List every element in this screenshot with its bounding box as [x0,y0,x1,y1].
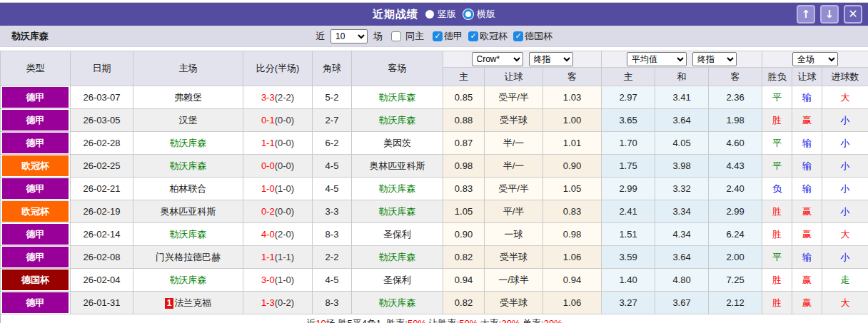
result-winloss: 平 [762,86,792,109]
league-checkbox-label: 德国杯 [525,30,552,43]
move-up-button[interactable]: ↑ [797,5,815,24]
result-winloss: 平 [762,246,792,269]
odds-home: 1.51 [602,223,655,246]
handicap-away-odds: 1.06 [543,246,602,269]
odds-home: 1.40 [602,269,655,292]
sub-header-6: 胜负 [762,68,792,86]
table-row: 德甲26-03-05汉堡0-1(0-0)2-7勒沃库森0.88受半球1.003.… [1,109,868,132]
result-goals: 小 [822,200,868,223]
odds-draw: 3.67 [655,292,709,314]
team-name-text: 法兰克福 [174,297,211,308]
handicap-line: 受半球 [485,292,543,314]
team-name-text: 勒沃库森 [170,275,207,285]
result-winloss: 胜 [762,292,792,314]
odds-home: 1.75 [602,155,655,178]
layout-option-horizontal[interactable]: 横版 [463,8,495,21]
table-row: 德国杯26-02-04勒沃库森3-0(1-0)4-5圣保利0.94一/球半0.9… [1,269,868,292]
europe-time-select[interactable]: 终指 [692,52,737,66]
result-winloss: 胜 [762,200,792,223]
handicap-group-header: Crow* 终指 [443,51,602,68]
fulltime-score: 3-3 [261,92,275,103]
away-team-cell: 勒沃库森 [352,246,443,269]
radio-vertical-icon[interactable] [425,10,434,19]
odds-draw: 3.34 [655,200,709,223]
handicap-line: 一球 [485,223,543,246]
league-checkboxes: 德甲欧冠杯德国杯 [427,30,552,43]
summary-stat-value: 50% [459,318,478,323]
type-cell: 德甲 [1,178,71,200]
odds-away: 2.00 [709,246,762,269]
odds-away: 2.12 [709,292,762,314]
fulltime-score: 1-1 [261,252,275,262]
halftime-score: (0-0) [275,115,294,125]
handicap-home-odds: 0.82 [443,292,485,314]
league-checkbox-德甲[interactable] [433,31,443,41]
corner-cell: 2-2 [313,246,352,269]
type-cell: 德甲 [1,246,71,269]
away-team-cell: 美因茨 [352,132,443,155]
handicap-line: 受半球 [485,246,543,269]
result-goals: 大 [822,292,868,314]
odds-draw: 3.64 [655,246,709,269]
result-winloss: 胜 [762,109,792,132]
corner-cell: 6-2 [313,132,352,155]
radio-horizontal-icon[interactable] [463,9,473,19]
team-name-text: 勒沃库森 [379,92,416,103]
halftime-score: (0-2) [275,297,294,308]
team-name-text: 勒沃库森 [379,183,416,194]
corner-cell: 8-3 [313,223,352,246]
type-cell: 德甲 [1,132,71,155]
result-handicap: 输 [792,132,822,155]
type-cell: 欧冠杯 [1,200,71,223]
result-handicap: 赢 [792,200,822,223]
halftime-score: (1-0) [275,275,294,285]
result-handicap: 赢 [792,269,822,292]
league-checkbox-欧冠杯[interactable] [468,31,478,41]
competition-badge: 德甲 [2,224,69,245]
handicap-home-odds: 0.98 [443,155,485,178]
handicap-home-odds: 0.88 [443,109,485,132]
table-row: 德甲26-02-14勒沃库森4-0(2-0)8-3圣保利0.90一球0.981.… [1,223,868,246]
result-group-header: 全场 [762,51,868,68]
recent-count-select[interactable]: 10 [330,29,368,43]
result-handicap: 输 [792,246,822,269]
handicap-away-odds: 1.00 [543,109,602,132]
col-header-type: 类型 [1,51,71,86]
team-name-text: 勒沃库森 [170,160,207,171]
table-row: 欧冠杯26-02-19奥林匹亚科斯0-2(0-0)3-3勒沃库森1.05平/半0… [1,200,868,223]
team-name-text: 勒沃库森 [379,297,416,308]
move-down-button[interactable]: ↓ [820,5,839,24]
close-button[interactable]: ✕ [844,5,862,24]
result-winloss: 负 [762,178,792,200]
sub-header-0: 主 [443,68,485,86]
layout-option-vertical[interactable]: 竖版 [425,8,456,21]
handicap-away-odds: 1.01 [543,132,602,155]
score-cell: 1-0(1-0) [243,178,313,200]
team-name-text: 勒沃库森 [379,206,416,217]
handicap-time-select[interactable]: 终指 [529,52,573,66]
recent-label: 近 [316,30,325,43]
summary-stat-label: 单率: [520,318,544,323]
team-name-text: 美因茨 [383,138,411,148]
handicap-line: 受半球 [485,109,543,132]
europe-source-select[interactable]: 平均值 [627,52,687,66]
date-cell: 26-02-04 [71,269,133,292]
competition-badge: 德甲 [2,87,69,108]
result-handicap: 赢 [792,109,822,132]
handicap-source-select[interactable]: Crow* [472,52,523,66]
odds-home: 3.65 [602,109,655,132]
score-cell: 3-0(1-0) [243,269,313,292]
result-scope-select[interactable]: 全场 [792,52,838,66]
league-checkbox-德国杯[interactable] [513,31,523,41]
handicap-away-odds: 0.94 [543,269,602,292]
same-home-checkbox[interactable] [391,31,401,41]
handicap-home-odds: 0.90 [443,223,485,246]
team-name-text: 勒沃库森 [170,229,207,240]
result-goals: 小 [822,109,868,132]
date-cell: 26-01-31 [71,292,133,314]
result-handicap: 赢 [792,223,822,246]
home-team-cell: 奥林匹亚科斯 [133,200,243,223]
halftime-score: (0-0) [275,206,294,217]
away-team-cell: 勒沃库森 [352,86,443,109]
odds-draw: 4.05 [655,132,709,155]
